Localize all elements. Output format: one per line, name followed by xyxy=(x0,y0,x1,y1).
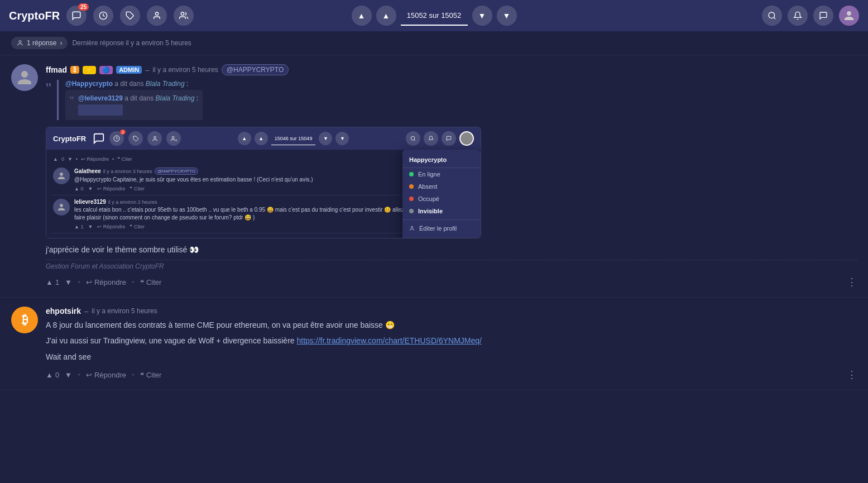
post1-actions: ▲ 1 ▼ • ↩ Répondre • ❝ Citer ⋮ xyxy=(46,276,857,288)
mini-vote-down2: ▼ xyxy=(88,224,93,229)
mini-nav-down2: ▼ xyxy=(335,132,349,145)
tradingview-link[interactable]: https://fr.tradingview.com/chart/ETHUSD/… xyxy=(297,336,482,345)
post1-quote-author: @Happycrypto a dit dans Blala Trading : xyxy=(65,80,203,88)
status-online[interactable]: En ligne xyxy=(402,168,481,180)
post2-reply-label: Répondre xyxy=(94,371,126,379)
tag-icon[interactable] xyxy=(120,6,140,26)
compose-icon[interactable] xyxy=(813,6,833,26)
tag-lightning: ⚡ xyxy=(83,66,96,74)
mini-post2-username: lelievre3129 xyxy=(74,199,106,205)
post1-username: ffmad xyxy=(46,65,67,74)
mini-search xyxy=(406,131,420,146)
post2-line2: J'ai vu aussi sur Tradingview, une vague… xyxy=(46,334,857,347)
quote-mention[interactable]: @Happycrypto xyxy=(65,80,113,88)
mini-tag-icon xyxy=(128,131,143,146)
status-absent[interactable]: Absent xyxy=(402,180,481,193)
settings-item[interactable]: Paramètres xyxy=(402,235,481,238)
reply-arrow: › xyxy=(60,39,62,47)
nav-down-bottom[interactable]: ▼ xyxy=(497,6,517,26)
post2-cite-label: Citer xyxy=(146,371,161,379)
user-avatar[interactable] xyxy=(839,6,859,26)
cite-icon: ❝ xyxy=(140,278,144,286)
bell-icon[interactable] xyxy=(788,6,808,26)
svg-point-4 xyxy=(769,12,775,18)
quote-topic[interactable]: Blala Trading xyxy=(146,80,185,88)
post1-vote-down[interactable]: ▼ xyxy=(65,278,72,286)
post2-avatar: ₿ xyxy=(11,307,38,333)
edit-profile-item[interactable]: Éditer le profil xyxy=(402,222,481,235)
svg-point-8 xyxy=(154,136,156,138)
post2-more-btn[interactable]: ⋮ xyxy=(847,369,857,381)
post1-signature: Gestion Forum et Association CryptoFR xyxy=(46,262,857,270)
header-left: CryptoFR 25 xyxy=(9,6,352,26)
dot-absent xyxy=(409,184,414,189)
post1-vote-up[interactable]: ▲ 1 xyxy=(46,278,59,286)
post2-line1: A 8 jour du lancement des contrats à ter… xyxy=(46,319,857,331)
post2-reply-btn[interactable]: ↩ Répondre xyxy=(86,371,126,379)
mini-right xyxy=(406,131,474,146)
status-invisible[interactable]: Invisible xyxy=(402,205,481,217)
nested-topic[interactable]: Blala Trading xyxy=(156,94,195,102)
mini-cite2: ❝ Citer xyxy=(130,224,145,229)
post2-vote-up[interactable]: ▲ 0 xyxy=(46,371,59,379)
reply-icon: ↩ xyxy=(86,278,92,286)
sep1: • xyxy=(78,278,80,286)
nav-up-top[interactable]: ▲ xyxy=(352,6,372,26)
post1-cite-btn[interactable]: ❝ Citer xyxy=(140,278,161,286)
status-busy[interactable]: Occupé xyxy=(402,193,481,205)
post2-content: A 8 jour du lancement des contrats à ter… xyxy=(46,319,857,363)
mini-reply2: ↩ Répondre xyxy=(97,224,125,229)
chat-icon[interactable]: 25 xyxy=(66,6,87,26)
post1-dash: – xyxy=(145,66,149,74)
settings-icon xyxy=(409,238,415,238)
nav-up[interactable]: ▲ xyxy=(376,6,396,26)
post2-cite-btn[interactable]: ❝ Citer xyxy=(140,371,161,379)
post1-quote-outer: " @Happycrypto a dit dans Blala Trading … xyxy=(46,80,857,120)
cite-label: Citer xyxy=(146,278,161,286)
svg-line-5 xyxy=(774,17,775,19)
post1-nested-quote: " @lelievre3129 a dit dans Blala Trading… xyxy=(65,90,203,120)
mini-chat-icon xyxy=(93,132,105,145)
mini-content-area: ▲0▼• ↩ Répondre•❝ Citer xyxy=(46,150,481,238)
post1-mention[interactable]: @HAPPYCRYPTO xyxy=(222,64,289,75)
post2-line3: Wait and see xyxy=(46,351,857,363)
user-icon[interactable] xyxy=(147,6,167,26)
mini-av-2 xyxy=(53,199,70,216)
mini-header: CryptoFR 2 xyxy=(46,127,481,150)
search-icon[interactable] xyxy=(762,6,782,26)
mini-profile-avatar xyxy=(459,131,474,146)
post2-actions: ▲ 0 ▼ • ↩ Répondre • ❝ Citer ⋮ xyxy=(46,369,857,381)
user-dropdown: Happycrypto En ligne Absent xyxy=(402,150,481,238)
mini-vote-down: ▼ xyxy=(88,186,93,192)
post1-main-text: j'apprécie de voir le thème sombre utili… xyxy=(46,245,857,254)
mini-vote-up: ▲ 0 xyxy=(74,186,83,192)
post2-text2: J'ai vu aussi sur Tradingview, une vague… xyxy=(46,336,295,345)
clock-icon[interactable] xyxy=(93,6,113,26)
nested-mention[interactable]: @lelievre3129 xyxy=(78,94,123,102)
status-absent-label: Absent xyxy=(418,183,437,190)
post1-more-btn[interactable]: ⋮ xyxy=(847,276,857,288)
post1-time: il y a environ 5 heures xyxy=(152,66,218,74)
nav-down[interactable]: ▼ xyxy=(472,6,492,26)
post2-vote-count: 0 xyxy=(55,371,59,379)
mini-av-1 xyxy=(53,168,70,184)
dropdown-sep-1 xyxy=(402,219,481,220)
post-1: ffmad ₿ ⚡ 🔵 ADMIN – il y a environ 5 heu… xyxy=(0,55,868,298)
reply-time: Dernière réponse il y a environ 5 heures xyxy=(72,39,191,47)
mini-cite1: ❝ Citer xyxy=(130,186,145,192)
main-content: 1 réponse › Dernière réponse il y a envi… xyxy=(0,31,868,390)
status-online-label: En ligne xyxy=(418,171,440,178)
nested-quote-content: @lelievre3129 a dit dans Blala Trading : xyxy=(78,94,198,116)
tag-special: 🔵 xyxy=(99,66,113,74)
quote-mark-outer: " xyxy=(46,81,51,120)
header-center: ▲ ▲ 15052 sur 15052 ▼ ▼ xyxy=(352,6,517,26)
edit-profile-icon xyxy=(409,226,415,231)
nested-colon: : xyxy=(196,94,198,102)
users-icon[interactable] xyxy=(174,6,194,26)
reply-count-btn[interactable]: 1 réponse › xyxy=(11,37,68,49)
post2-vote-down[interactable]: ▼ xyxy=(65,371,72,379)
mini-compose xyxy=(442,131,456,146)
post2-dash: – xyxy=(84,307,88,315)
post1-reply-btn[interactable]: ↩ Répondre xyxy=(86,278,126,286)
mini-user-icon xyxy=(147,131,162,146)
